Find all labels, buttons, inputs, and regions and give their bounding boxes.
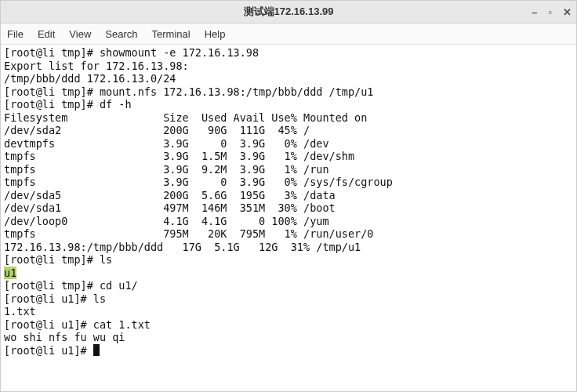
menu-terminal[interactable]: Terminal [152, 28, 191, 40]
terminal-line: /dev/loop0 4.1G 4.1G 0 100% /yum [4, 215, 573, 228]
window-controls: – ▫ ✕ [532, 1, 572, 23]
terminal-line: tmpfs 3.9G 1.5M 3.9G 1% /dev/shm [4, 150, 573, 163]
terminal-line: 1.txt [4, 305, 573, 318]
terminal-line: [root@li u1]# cat 1.txt [4, 318, 573, 332]
close-button[interactable]: ✕ [563, 7, 572, 17]
terminal-line: /dev/sda2 200G 90G 111G 45% / [4, 124, 573, 137]
terminal-line: tmpfs 795M 20K 795M 1% /run/user/0 [4, 227, 573, 241]
terminal-line: [root@li u1]# [4, 344, 573, 358]
titlebar: 测试端172.16.13.99 – ▫ ✕ [1, 1, 576, 24]
menu-search[interactable]: Search [105, 28, 137, 40]
minimize-button[interactable]: – [532, 7, 537, 17]
menu-file[interactable]: File [7, 28, 24, 40]
terminal-line: tmpfs 3.9G 0 3.9G 0% /sys/fs/cgroup [4, 176, 573, 189]
terminal-line: Filesystem Size Used Avail Use% Mounted … [4, 111, 573, 125]
maximize-button[interactable]: ▫ [548, 7, 552, 17]
cursor [93, 344, 100, 356]
terminal-line: /dev/sda5 200G 5.6G 195G 3% /data [4, 189, 573, 202]
menu-edit[interactable]: Edit [38, 28, 55, 40]
terminal-line: wo shi nfs fu wu qi [4, 331, 573, 344]
terminal-line: u1 [4, 267, 573, 280]
terminal-line: [root@li tmp]# df -h [4, 98, 573, 111]
terminal-line: [root@li tmp]# cd u1/ [4, 279, 573, 292]
terminal-area[interactable]: [root@li tmp]# showmount -e 172.16.13.98… [1, 45, 576, 391]
terminal-line: /dev/sda1 497M 146M 351M 30% /boot [4, 201, 573, 215]
terminal-line: /tmp/bbb/ddd 172.16.13.0/24 [4, 72, 573, 85]
terminal-line: devtmpfs 3.9G 0 3.9G 0% /dev [4, 137, 573, 151]
ls-highlighted-entry: u1 [4, 267, 16, 279]
terminal-line: [root@li u1]# ls [4, 292, 573, 306]
menu-help[interactable]: Help [205, 28, 226, 40]
terminal-line: [root@li tmp]# ls [4, 253, 573, 267]
terminal-line: [root@li tmp]# showmount -e 172.16.13.98 [4, 46, 573, 60]
terminal-line: 172.16.13.98:/tmp/bbb/ddd 17G 5.1G 12G 3… [4, 241, 573, 254]
menu-view[interactable]: View [69, 28, 91, 40]
terminal-line: Export list for 172.16.13.98: [4, 60, 573, 73]
terminal-line: tmpfs 3.9G 9.2M 3.9G 1% /run [4, 163, 573, 176]
terminal-window: 测试端172.16.13.99 – ▫ ✕ File Edit View Sea… [0, 0, 577, 392]
terminal-line: [root@li tmp]# mount.nfs 172.16.13.98:/t… [4, 85, 573, 99]
menubar: File Edit View Search Terminal Help [1, 24, 576, 45]
window-title: 测试端172.16.13.99 [244, 5, 334, 19]
